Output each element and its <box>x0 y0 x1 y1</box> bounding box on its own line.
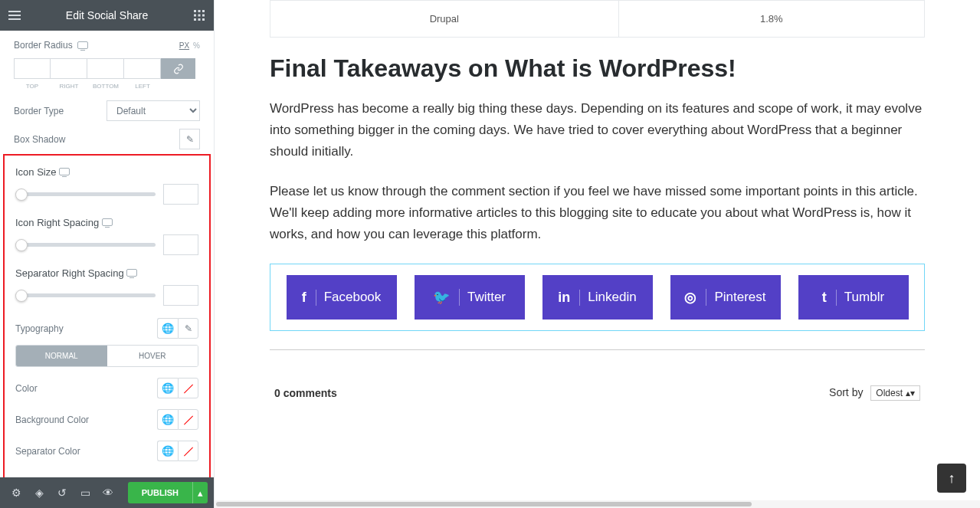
paragraph: WordPress has become a really big thing … <box>270 98 925 162</box>
pinterest-icon: ◎ <box>684 289 706 306</box>
preview-canvas: Drupal1.8% Final Takeaways on What is Wo… <box>215 0 980 508</box>
sep-swatch-button[interactable] <box>178 441 198 461</box>
panel-title: Edit Social Share <box>66 9 148 21</box>
separator-right-spacing-slider[interactable] <box>15 293 156 297</box>
tumblr-label: Tumblr <box>844 290 884 305</box>
apps-icon[interactable] <box>192 8 206 22</box>
comments-bar: 0 comments Sort by Oldest ▴▾ <box>270 385 925 401</box>
border-type-row: Border Type Default <box>14 100 200 121</box>
radius-right[interactable] <box>51 58 87 79</box>
comments-count: 0 comments <box>274 387 337 399</box>
navigator-icon[interactable]: ◈ <box>29 483 49 503</box>
bg-color-row: Background Color 🌐 <box>15 409 198 430</box>
radius-left[interactable] <box>124 58 161 79</box>
twitter-label: Twitter <box>467 290 506 305</box>
box-shadow-edit-button[interactable]: ✎ <box>179 129 200 149</box>
icon-size-slider[interactable] <box>15 192 156 196</box>
page-title: Final Takeaways on What is WordPress! <box>270 54 925 83</box>
icon-right-spacing-slider[interactable] <box>15 243 156 247</box>
bg-globe-button[interactable]: 🌐 <box>157 409 178 430</box>
social-share-widget[interactable]: fFacebook 🐦Twitter inLinkedin ◎Pinterest… <box>270 264 925 331</box>
border-radius-row: Border Radius PX% <box>14 40 200 51</box>
bg-color-label: Background Color <box>15 415 89 425</box>
table-cell: 1.8% <box>618 1 924 38</box>
icon-right-spacing-group: Icon Right Spacing <box>15 217 198 255</box>
device-icon[interactable] <box>59 168 70 175</box>
bg-swatch-button[interactable] <box>178 409 198 430</box>
pinterest-label: Pinterest <box>714 290 765 305</box>
device-icon[interactable] <box>77 41 88 49</box>
tab-hover[interactable]: HOVER <box>107 346 198 366</box>
twitter-button[interactable]: 🐦Twitter <box>415 275 525 320</box>
settings-icon[interactable]: ⚙ <box>6 483 26 503</box>
typography-globe-button[interactable]: 🌐 <box>157 318 178 339</box>
units-selector[interactable]: PX% <box>179 41 200 50</box>
svg-rect-3 <box>194 15 196 17</box>
sep-globe-button[interactable]: 🌐 <box>157 441 178 461</box>
separator-right-spacing-label: Separator Right Spacing <box>15 267 124 279</box>
facebook-button[interactable]: fFacebook <box>287 275 397 320</box>
typography-label: Typography <box>15 323 64 334</box>
icon-right-spacing-input[interactable] <box>163 234 198 255</box>
state-tabs: NORMAL HOVER <box>15 345 198 367</box>
svg-rect-5 <box>202 15 205 17</box>
radius-labels: TOPRIGHTBOTTOMLEFT <box>14 83 200 90</box>
border-radius-label: Border Radius <box>14 40 73 51</box>
publish-button[interactable]: PUBLISH <box>128 482 192 503</box>
linkedin-button[interactable]: inLinkedin <box>542 275 653 320</box>
device-icon[interactable] <box>126 269 137 277</box>
separator-right-spacing-group: Separator Right Spacing <box>15 267 198 306</box>
border-type-label: Border Type <box>14 106 64 116</box>
panel-body: Border Radius PX% TOPRIGHTBOTTOMLEFT Bor… <box>0 31 214 477</box>
preview-icon[interactable]: 👁 <box>98 483 118 503</box>
typography-row: Typography 🌐 ✎ <box>15 318 198 339</box>
sort-select[interactable]: Oldest ▴▾ <box>870 385 920 401</box>
box-shadow-label: Box Shadow <box>14 134 65 145</box>
editor-panel: Edit Social Share Border Radius PX% TOPR… <box>0 0 215 508</box>
svg-rect-2 <box>202 10 205 12</box>
separator-right-spacing-input[interactable] <box>163 285 198 306</box>
link-values-button[interactable] <box>161 58 195 79</box>
icon-size-group: Icon Size <box>15 166 198 205</box>
pinterest-button[interactable]: ◎Pinterest <box>670 275 781 320</box>
radius-top[interactable] <box>14 58 51 79</box>
svg-rect-7 <box>198 18 201 21</box>
icon-right-spacing-label: Icon Right Spacing <box>15 217 99 228</box>
twitter-icon: 🐦 <box>433 289 460 306</box>
history-icon[interactable]: ↺ <box>52 483 72 503</box>
tumblr-icon: t <box>822 290 837 306</box>
color-swatch-button[interactable] <box>178 378 198 398</box>
icon-size-input[interactable] <box>163 184 198 205</box>
menu-icon[interactable] <box>8 8 21 22</box>
facebook-icon: f <box>302 290 316 306</box>
linkedin-icon: in <box>558 290 580 306</box>
svg-rect-6 <box>194 18 196 21</box>
radius-bottom[interactable] <box>87 58 124 79</box>
divider <box>270 349 925 350</box>
svg-rect-1 <box>198 10 201 12</box>
svg-rect-8 <box>202 18 205 21</box>
horizontal-scrollbar[interactable] <box>215 500 980 508</box>
color-row: Color 🌐 <box>15 378 198 398</box>
box-shadow-row: Box Shadow ✎ <box>14 129 200 149</box>
panel-footer: ⚙ ◈ ↺ ▭ 👁 PUBLISH ▴ <box>0 477 214 508</box>
color-globe-button[interactable]: 🌐 <box>157 378 178 398</box>
border-type-select[interactable]: Default <box>107 100 200 121</box>
tab-normal[interactable]: NORMAL <box>16 346 107 366</box>
svg-rect-0 <box>194 10 196 12</box>
sort-label: Sort by <box>829 386 863 398</box>
svg-rect-4 <box>198 15 201 17</box>
sep-color-label: Separator Color <box>15 446 80 457</box>
table-cell: Drupal <box>270 1 619 38</box>
scroll-top-button[interactable]: ↑ <box>937 464 966 493</box>
publish-more-button[interactable]: ▴ <box>192 482 208 503</box>
typography-edit-button[interactable]: ✎ <box>178 318 198 339</box>
responsive-icon[interactable]: ▭ <box>75 483 95 503</box>
table-row: Drupal1.8% <box>270 1 925 38</box>
panel-header: Edit Social Share <box>0 0 214 31</box>
device-icon[interactable] <box>102 218 113 226</box>
linkedin-label: Linkedin <box>588 290 636 305</box>
highlighted-section: Icon Size Icon Right Spacing Separator R… <box>3 154 211 477</box>
sep-color-row: Separator Color 🌐 <box>15 441 198 461</box>
tumblr-button[interactable]: tTumblr <box>798 275 909 320</box>
